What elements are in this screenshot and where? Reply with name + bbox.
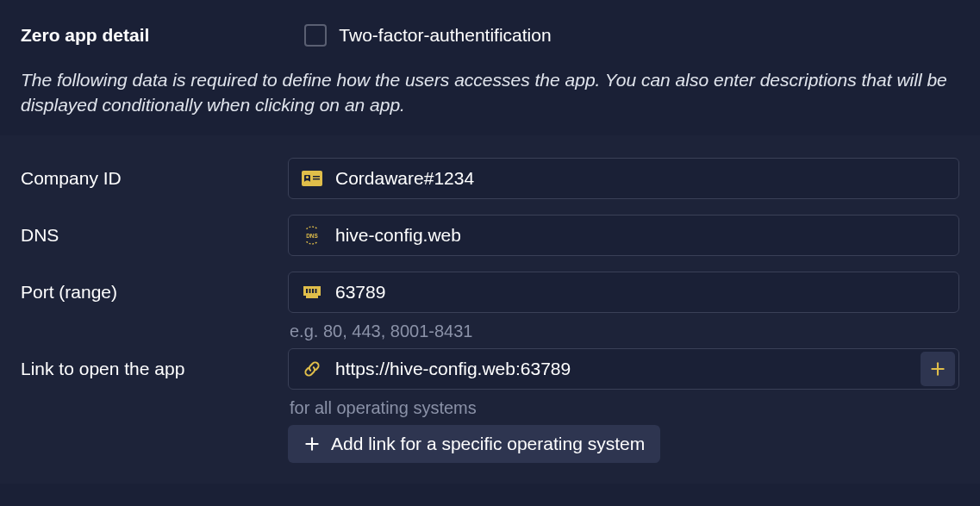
svg-rect-8: [312, 289, 314, 293]
port-input[interactable]: [335, 282, 946, 303]
company-id-input-wrapper: [288, 158, 959, 199]
port-input-wrapper: [288, 272, 959, 313]
svg-rect-3: [313, 176, 320, 178]
ethernet-icon: [301, 283, 323, 302]
add-os-link-button[interactable]: Add link for a specific operating system: [288, 425, 660, 463]
svg-rect-4: [313, 178, 320, 180]
dns-input[interactable]: [335, 225, 946, 246]
company-id-row: Company ID: [21, 158, 959, 199]
plus-icon: [303, 435, 321, 453]
svg-rect-7: [309, 289, 311, 293]
form-section: Company ID DNS: [0, 135, 980, 484]
link-hint: for all operating systems: [290, 398, 959, 418]
link-row: Link to open the app for all opera: [21, 348, 959, 418]
dns-row: DNS DNS: [21, 215, 959, 256]
twofa-checkbox[interactable]: [304, 24, 327, 47]
svg-rect-9: [315, 289, 317, 293]
company-id-field-col: [288, 158, 959, 199]
company-id-label: Company ID: [21, 158, 288, 189]
link-field-col: for all operating systems: [288, 348, 959, 418]
port-row: Port (range) e.g. 80, 443, 8001-8431: [21, 272, 959, 341]
add-os-link-label: Add link for a specific operating system: [331, 434, 645, 454]
id-card-icon: [301, 169, 323, 188]
svg-text:DNS: DNS: [306, 233, 318, 239]
link-input-wrapper: [288, 348, 959, 390]
link-label: Link to open the app: [21, 348, 288, 379]
section-description: The following data is required to define…: [21, 67, 959, 118]
header-section: Zero app detail Two-factor-authentificat…: [0, 0, 980, 135]
link-icon: [301, 359, 323, 378]
dns-label: DNS: [21, 215, 288, 246]
port-label: Port (range): [21, 272, 288, 303]
dns-input-wrapper: DNS: [288, 215, 959, 256]
company-id-input[interactable]: [335, 168, 946, 189]
port-field-col: e.g. 80, 443, 8001-8431: [288, 272, 959, 341]
twofa-label[interactable]: Two-factor-authentification: [339, 25, 551, 46]
section-title: Zero app detail: [21, 25, 149, 46]
add-link-button[interactable]: [921, 352, 955, 386]
header-row: Zero app detail Two-factor-authentificat…: [21, 24, 959, 47]
svg-rect-6: [306, 289, 308, 293]
add-os-row: Add link for a specific operating system: [21, 425, 959, 463]
dns-field-col: DNS: [288, 215, 959, 256]
dns-icon: DNS: [301, 226, 323, 245]
svg-point-2: [306, 176, 309, 178]
link-input[interactable]: [335, 359, 921, 379]
port-hint: e.g. 80, 443, 8001-8431: [290, 322, 959, 341]
plus-icon: [929, 360, 946, 378]
twofa-checkbox-row: Two-factor-authentification: [304, 24, 551, 47]
